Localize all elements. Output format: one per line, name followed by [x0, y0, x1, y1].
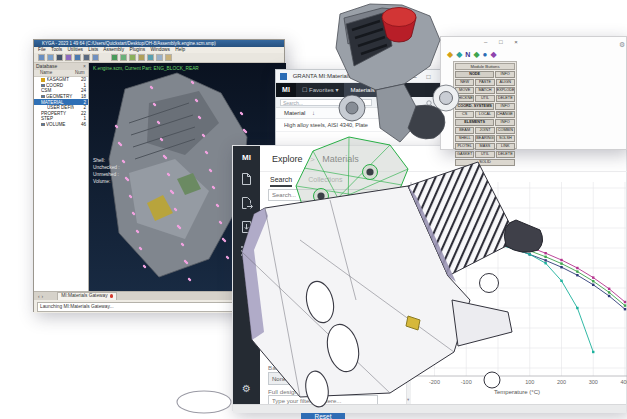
close-icon[interactable]: ×	[83, 63, 88, 70]
circle-icon[interactable]: ●	[483, 50, 488, 59]
checkbox-icon[interactable]	[41, 123, 45, 127]
close-button[interactable]: ×	[514, 39, 523, 45]
module-button[interactable]: SOLID	[455, 159, 515, 166]
module-button[interactable]: ALIGN	[496, 79, 515, 86]
toolbar-icon[interactable]	[111, 54, 118, 61]
module-section-button[interactable]: COORD. SYSTEMS	[455, 103, 494, 110]
module-info-button[interactable]: INFO	[495, 103, 515, 110]
menu-help[interactable]: Help	[175, 47, 185, 52]
material-class-select[interactable]: None selected ▾	[268, 320, 378, 333]
list-icon[interactable]	[240, 244, 253, 258]
module-button[interactable]: COMBIN	[496, 127, 515, 134]
module-button[interactable]: BEARINGS	[475, 135, 494, 142]
minimize-button[interactable]: –	[484, 39, 492, 45]
module-button[interactable]: CHANGE TO	[496, 111, 515, 118]
collections-select[interactable]: None selected ▾	[268, 220, 378, 233]
toolbar-icon[interactable]	[147, 54, 154, 61]
module-button[interactable]: NEW	[455, 79, 474, 86]
sort-desc-icon[interactable]: ↓	[312, 110, 315, 116]
maximize-button[interactable]: □	[426, 73, 434, 80]
checkbox-icon[interactable]	[41, 84, 45, 88]
tree-row[interactable]: PROPERTY 22	[34, 111, 88, 117]
module-button[interactable]: GASKET	[455, 151, 474, 158]
toolbar-icon[interactable]	[129, 54, 136, 61]
toolbar-icon[interactable]	[38, 54, 45, 61]
toolbar-icon[interactable]	[56, 54, 63, 61]
toolbar-icon[interactable]	[65, 54, 72, 61]
menu-tools[interactable]: Tools	[51, 47, 62, 52]
menu-file[interactable]: File	[38, 47, 46, 52]
tab-collections[interactable]: Collections	[308, 174, 342, 187]
diamond-icon[interactable]: ◆	[447, 50, 453, 59]
toolbar-icon[interactable]	[92, 54, 99, 61]
menu-assembly[interactable]: Assembly	[103, 47, 124, 52]
module-section-button[interactable]: NODE	[455, 71, 494, 78]
toolbar-icon[interactable]	[120, 54, 127, 61]
module-info-button[interactable]: INFO	[495, 119, 515, 126]
tree-row[interactable]: STEP 1	[34, 116, 88, 122]
gateway-table-row[interactable]: High alloy steels, AISI 4340, Plate Desi…	[276, 119, 454, 132]
menu-utilities[interactable]: Utilities	[68, 47, 83, 52]
record-origin-select[interactable]: None selected ▾	[268, 268, 378, 281]
tree-row[interactable]: KASAGMT 20	[34, 77, 88, 83]
module-button[interactable]: UTIL	[475, 95, 494, 102]
module-info-button[interactable]: INFO	[495, 71, 515, 78]
diamond-icon[interactable]: ◆	[473, 50, 479, 59]
material-sub-class-select[interactable]: None selected ▾	[268, 346, 378, 359]
module-panel-title[interactable]: Module Buttons	[455, 63, 515, 70]
column-num[interactable]: Num	[75, 70, 88, 76]
property-chart[interactable]: 35404550556065707580-200-100010020030040…	[387, 172, 627, 404]
toolbar-icon[interactable]	[138, 54, 145, 61]
module-button[interactable]: PASTE	[475, 79, 494, 86]
menu-windows[interactable]: Windows	[151, 47, 170, 52]
tab-materials[interactable]: Materials	[344, 83, 380, 97]
tree-row-selected[interactable]: MATERIAL 2	[34, 99, 88, 105]
tree-row[interactable]: CSM 24	[34, 88, 88, 94]
column-table[interactable]: Table	[398, 110, 412, 116]
gear-icon[interactable]: ⚙	[619, 41, 625, 49]
module-button[interactable]: BEAM	[455, 127, 474, 134]
module-button[interactable]: UTIL	[475, 151, 494, 158]
module-button[interactable]: PLOTEL	[455, 143, 474, 150]
toolbar-icon[interactable]	[74, 54, 81, 61]
export-icon[interactable]	[240, 196, 253, 210]
diamond-icon[interactable]: ◆	[456, 50, 462, 59]
module-button[interactable]: SOLSH	[496, 135, 515, 142]
menu-lists[interactable]: Lists	[88, 47, 98, 52]
module-button[interactable]: LOCAL	[475, 111, 494, 118]
column-material[interactable]: Material	[284, 110, 305, 116]
checkbox-icon[interactable]	[41, 95, 45, 99]
maximize-button[interactable]: □	[499, 39, 508, 45]
module-button[interactable]: CS	[455, 111, 474, 118]
preferred-material-select[interactable]: None selected ▾	[268, 294, 378, 307]
module-section-button[interactable]: ELEMENTS	[455, 119, 494, 126]
module-button[interactable]: MOVE	[455, 87, 474, 94]
tab-search[interactable]: Search	[270, 174, 292, 187]
toolbar-icon[interactable]	[83, 54, 90, 61]
breadcrumb-root[interactable]: Explore	[272, 154, 303, 164]
diamond-icon[interactable]: ◆	[490, 50, 496, 59]
breadcrumb-current[interactable]: Materials	[322, 154, 359, 164]
report-icon[interactable]	[240, 220, 253, 234]
search-icon[interactable]	[426, 100, 433, 107]
module-button[interactable]: THICKNESS	[455, 95, 474, 102]
search-input[interactable]	[268, 189, 378, 201]
column-name[interactable]: Name	[34, 70, 75, 76]
module-button[interactable]: LINK	[496, 143, 515, 150]
tab-scroll-left-icon[interactable]: ‹	[38, 294, 40, 299]
tab-scroll-right-icon[interactable]: ›	[42, 294, 44, 299]
settings-gear-icon[interactable]: ⚙	[233, 383, 260, 394]
toolbar-icon[interactable]	[165, 54, 172, 61]
minimize-button[interactable]: –	[413, 73, 421, 80]
gateway-search-input[interactable]: Search...	[280, 99, 372, 106]
tab-favorites[interactable]: ☐ Favorites ▾	[296, 83, 344, 97]
module-button[interactable]: MATCH	[475, 87, 494, 94]
module-button[interactable]: JOINT	[475, 127, 494, 134]
base-material-select[interactable]: None selected ▾	[268, 372, 378, 385]
module-button[interactable]: DELETE	[496, 151, 515, 158]
document-icon[interactable]	[240, 172, 253, 186]
toolbar-icon[interactable]	[47, 54, 54, 61]
toolbar-icon[interactable]	[156, 54, 163, 61]
module-button[interactable]: EXPLODE	[496, 87, 515, 94]
filter-funnel-icon[interactable]: ▼	[380, 111, 384, 116]
